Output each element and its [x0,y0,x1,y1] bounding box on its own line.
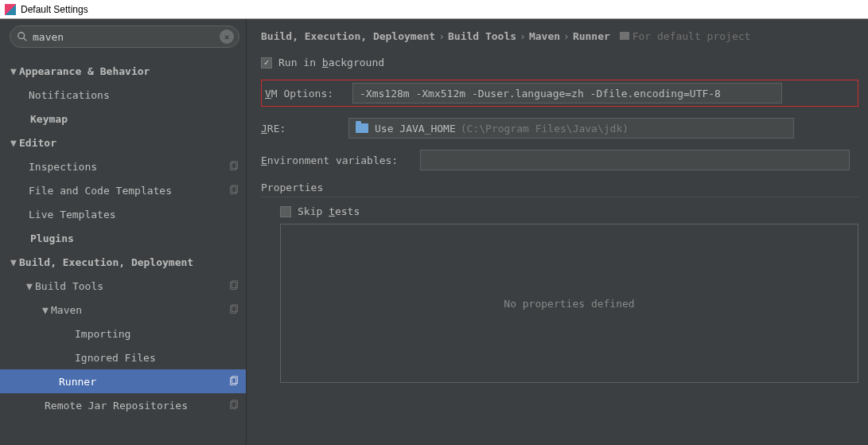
vm-options-input[interactable] [352,83,782,103]
folder-icon [356,123,368,133]
project-scope-icon [620,32,629,40]
tree-notifications[interactable]: Notifications [0,83,246,107]
chevron-right-icon: › [563,30,570,42]
profile-icon [228,280,239,291]
sidebar: ✕ ▼Appearance & Behavior Notifications K… [0,19,247,445]
app-icon [5,4,16,15]
tree-keymap[interactable]: Keymap [0,107,246,131]
crumb-1[interactable]: Build, Execution, Deployment [261,30,435,42]
tree-runner[interactable]: Runner [0,369,246,393]
settings-tree: ▼Appearance & Behavior Notifications Key… [0,56,246,445]
tree-live-templates[interactable]: Live Templates [0,202,246,226]
jre-hint: (C:\Program Files\Java\jdk) [461,123,629,135]
no-properties-text: No properties defined [504,298,634,310]
tree-editor[interactable]: ▼Editor [0,131,246,154]
collapse-icon: ▼ [40,304,51,316]
svg-line-1 [24,38,27,41]
tree-build-exec-deploy[interactable]: ▼Build, Execution, Deployment [0,250,246,274]
jre-row: JRE: Use JAVA_HOME (C:\Program Files\Jav… [261,118,858,139]
search-field[interactable]: ✕ [10,25,239,48]
run-in-background-row[interactable]: ✓ Run in background [261,57,858,68]
content: ✕ ▼Appearance & Behavior Notifications K… [0,19,868,445]
chevron-right-icon: › [520,30,526,42]
tree-maven[interactable]: ▼Maven [0,298,246,322]
collapse-icon: ▼ [8,65,19,77]
skip-tests-label: Skip tests [298,205,360,217]
env-label: Environment variables: [261,154,420,166]
profile-icon [228,400,239,411]
collapse-icon: ▼ [24,280,35,292]
tree-ignored-files[interactable]: Ignored Files [0,345,246,369]
tree-inspections[interactable]: Inspections [0,154,246,178]
scope-label: For default project [633,30,751,42]
tree-remote-jar[interactable]: Remote Jar Repositories [0,393,246,417]
clear-search-icon[interactable]: ✕ [220,29,234,44]
properties-box: No properties defined [280,224,858,383]
profile-icon [228,304,239,315]
tree-plugins[interactable]: Plugins [0,226,246,250]
crumb-2[interactable]: Build Tools [448,30,516,42]
search-wrap: ✕ [0,19,246,56]
breadcrumb: Build, Execution, Deployment›Build Tools… [261,30,858,42]
window-title: Default Settings [21,4,88,15]
titlebar: Default Settings [0,0,868,19]
chevron-right-icon: › [438,30,445,42]
jre-value: Use JAVA_HOME [375,123,456,135]
main-panel: Build, Execution, Deployment›Build Tools… [247,19,868,445]
profile-icon [228,185,239,196]
profile-icon [228,161,239,172]
tree-appearance-behavior[interactable]: ▼Appearance & Behavior [0,59,246,83]
profile-icon [228,376,239,387]
search-icon [17,31,28,42]
run-in-background-checkbox[interactable]: ✓ [261,57,272,68]
run-in-background-label: Run in background [278,57,384,68]
skip-tests-checkbox[interactable]: ✓ [280,206,291,217]
jre-picker[interactable]: Use JAVA_HOME (C:\Program Files\Java\jdk… [348,118,794,139]
collapse-icon: ▼ [8,137,19,149]
env-input[interactable] [420,150,850,170]
properties-title: Properties [261,182,858,197]
jre-label: JRE: [261,123,348,135]
vm-options-label: VM Options: [265,88,352,100]
skip-tests-row[interactable]: ✓ Skip tests [261,205,858,217]
collapse-icon: ▼ [8,256,19,268]
env-row: Environment variables: [261,150,858,170]
tree-importing[interactable]: Importing [0,322,246,345]
crumb-3[interactable]: Maven [529,30,560,42]
svg-point-0 [18,33,25,39]
crumb-4[interactable]: Runner [573,30,610,42]
search-input[interactable] [33,31,220,43]
vm-options-row: VM Options: [261,80,858,107]
tree-file-code-templates[interactable]: File and Code Templates [0,178,246,202]
tree-build-tools[interactable]: ▼Build Tools [0,274,246,298]
